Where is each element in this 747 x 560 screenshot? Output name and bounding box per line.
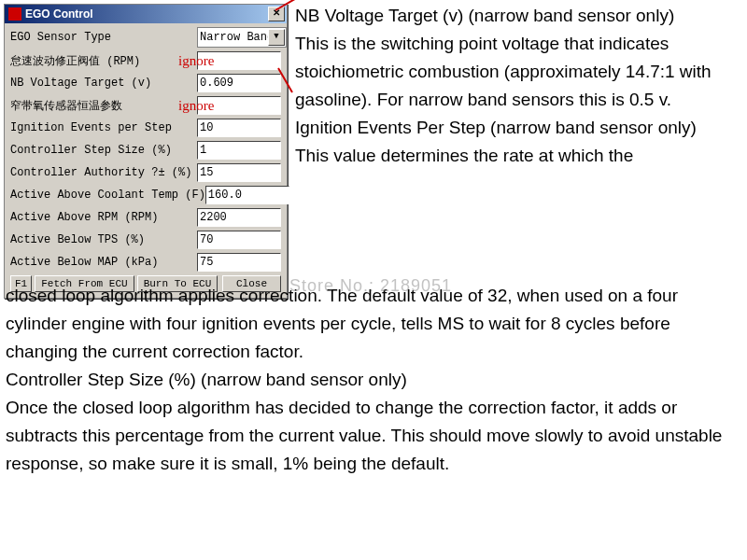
form-row: Active Below MAP (kPa): [10, 253, 281, 272]
form-body: EGO Sensor TypeNarrow Band▼怠速波动修正阀值 (RPM…: [5, 23, 287, 298]
field-input[interactable]: [197, 119, 281, 137]
field-input[interactable]: [197, 208, 281, 227]
field-label: 窄带氧传感器恒温参数: [10, 98, 197, 114]
field-input[interactable]: [197, 74, 281, 92]
form-row: Controller Authority ?± (%): [10, 163, 281, 182]
field-input-wrap: [205, 186, 289, 204]
field-input-wrap: [197, 208, 281, 227]
field-input-wrap: [197, 163, 281, 182]
titlebar-title: EGO Control: [25, 7, 268, 21]
form-row: Active Above Coolant Temp (F): [10, 186, 281, 204]
field-input-wrap: [197, 74, 281, 92]
doc-text-top: NB Voltage Target (v) (narrow band senso…: [295, 2, 741, 170]
field-input-wrap: [197, 119, 281, 137]
field-label: Active Below TPS (%): [10, 233, 197, 246]
field-label: Ignition Events per Step: [10, 121, 197, 134]
doc-text-bottom: closed loop algorithm applies correction…: [6, 282, 740, 478]
form-row: 窄带氧传感器恒温参数ignore: [10, 96, 281, 115]
field-input[interactable]: [205, 186, 289, 204]
chevron-down-icon[interactable]: ▼: [268, 29, 285, 46]
ignore-annotation: ignore: [178, 53, 214, 69]
ego-control-dialog: EGO Control ✕ EGO Sensor TypeNarrow Band…: [4, 4, 288, 299]
form-row: Active Above RPM (RPM): [10, 208, 281, 227]
field-input-wrap: Narrow Band▼: [197, 27, 281, 48]
field-input-wrap: [197, 231, 281, 249]
ego-sensor-type-select[interactable]: Narrow Band▼: [197, 27, 287, 48]
form-row: Ignition Events per Step: [10, 119, 281, 137]
titlebar[interactable]: EGO Control ✕: [5, 5, 287, 23]
field-input-wrap: [197, 253, 281, 272]
form-row: Active Below TPS (%): [10, 231, 281, 249]
field-input-wrap: [197, 141, 281, 160]
field-label: Active Above RPM (RPM): [10, 211, 197, 224]
field-label: NB Voltage Target (v): [10, 77, 197, 90]
form-row: NB Voltage Target (v): [10, 74, 281, 92]
app-icon: [8, 7, 21, 21]
field-input[interactable]: [197, 163, 281, 182]
field-input[interactable]: [197, 231, 281, 249]
field-label: 怠速波动修正阀值 (RPM): [10, 53, 197, 69]
select-value: Narrow Band: [200, 31, 274, 44]
field-label: Controller Authority ?± (%): [10, 166, 197, 179]
field-label: Active Above Coolant Temp (F): [10, 189, 205, 202]
form-row: Controller Step Size (%): [10, 141, 281, 160]
field-input[interactable]: [197, 253, 281, 272]
field-label: EGO Sensor Type: [10, 31, 197, 44]
form-row: EGO Sensor TypeNarrow Band▼: [10, 27, 281, 48]
ignore-annotation: ignore: [178, 98, 214, 114]
form-row: 怠速波动修正阀值 (RPM)ignore: [10, 51, 281, 70]
field-input[interactable]: [197, 141, 281, 160]
field-label: Controller Step Size (%): [10, 144, 197, 157]
field-label: Active Below MAP (kPa): [10, 256, 197, 269]
